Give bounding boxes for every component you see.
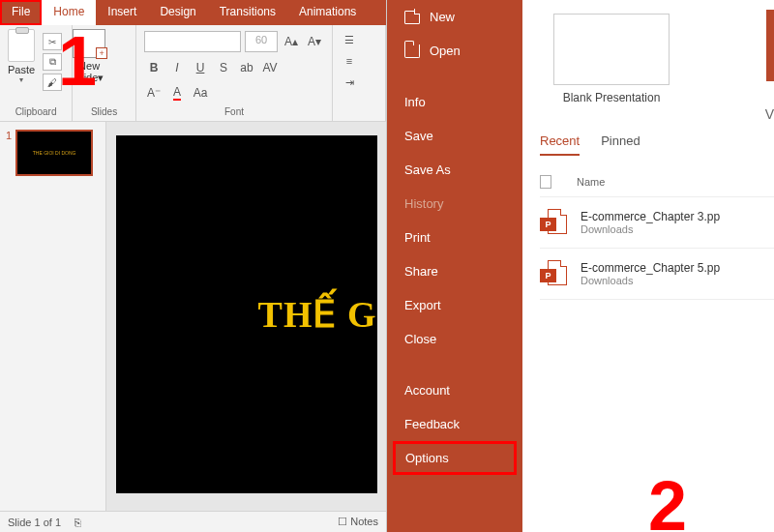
file-location: Downloads — [580, 223, 720, 235]
clipboard-group-label: Clipboard — [0, 104, 72, 121]
recent-tabs: Recent Pinned — [540, 133, 774, 156]
file-menu-save[interactable]: Save — [387, 119, 522, 153]
status-bar: Slide 1 of 1 ⎘ ☐ Notes — [0, 511, 386, 532]
new-doc-icon — [404, 11, 420, 24]
bold-button[interactable]: B — [144, 58, 164, 77]
thumbnail-number: 1 — [6, 130, 12, 176]
ribbon-group-paragraph: ☰ ≡ ⇥ — [333, 25, 386, 121]
highlight-button[interactable]: Aa — [191, 83, 210, 103]
new-slide-button[interactable]: + NewSlide▾ — [73, 25, 105, 83]
doc-icon — [540, 175, 551, 189]
copy-button[interactable]: ⧉ — [43, 53, 62, 71]
file-menu-print[interactable]: Print — [387, 221, 522, 254]
annotation-2: 2 — [648, 466, 687, 532]
file-menu-share[interactable]: Share — [387, 254, 522, 288]
slides-group-label: Slides — [73, 104, 135, 121]
tab-file[interactable]: File — [0, 0, 42, 25]
recent-file-row[interactable]: P E-commerce_Chapter 5.pp Downloads — [540, 249, 774, 300]
file-menu-info[interactable]: Info — [387, 85, 522, 119]
slide-counter: Slide 1 of 1 — [8, 517, 61, 528]
file-menu-new[interactable]: New — [387, 0, 522, 34]
ribbon-group-slides: + NewSlide▾ Slides — [73, 25, 136, 121]
file-name: E-commerce_Chapter 5.pp — [580, 261, 720, 275]
file-menu-history[interactable]: History — [387, 187, 522, 221]
spellcheck-icon[interactable]: ⎘ — [74, 517, 81, 528]
file-menu-account[interactable]: Account — [387, 373, 522, 407]
tab-home[interactable]: Home — [42, 0, 96, 25]
clipboard-icon — [8, 29, 35, 62]
font-color-button[interactable]: A — [167, 83, 187, 103]
italic-button[interactable]: I — [167, 58, 187, 77]
file-menu-feedback[interactable]: Feedback — [387, 407, 522, 441]
powerpoint-file-icon: P — [540, 209, 567, 236]
file-menu-close[interactable]: Close — [387, 322, 522, 356]
clear-format-button[interactable]: A⁻ — [144, 83, 164, 103]
recent-file-row[interactable]: P E-commerce_Chapter 3.pp Downloads — [540, 197, 774, 249]
template-label-partial: V — [765, 106, 774, 122]
file-menu: New Open Info Save Save As History Print… — [387, 0, 522, 532]
thumbnail-preview: THE GIOI DI DONG — [15, 130, 93, 176]
file-menu-export[interactable]: Export — [387, 288, 522, 322]
tab-recent[interactable]: Recent — [540, 133, 580, 156]
file-menu-options[interactable]: Options — [393, 441, 517, 475]
new-slide-label: NewSlide▾ — [74, 60, 104, 83]
blank-presentation-label: Blank Presentation — [553, 91, 670, 104]
paste-label: Paste — [8, 64, 35, 75]
align-button[interactable]: ≡ — [339, 52, 360, 70]
ribbon-group-font: 60 A▴ A▾ B I U S ab AV A⁻ A — [136, 25, 333, 121]
file-list-header: Name — [540, 175, 774, 197]
font-name-select[interactable] — [144, 31, 241, 52]
open-folder-icon — [404, 44, 420, 58]
slide[interactable]: THẾ G — [116, 135, 377, 493]
format-painter-button[interactable]: 🖌 — [43, 74, 62, 91]
notes-button[interactable]: ☐ Notes — [338, 516, 378, 528]
new-slide-icon: + — [73, 29, 105, 58]
template-thumb-partial[interactable] — [766, 10, 774, 81]
cut-button[interactable]: ✂ — [43, 33, 62, 50]
tab-pinned[interactable]: Pinned — [601, 133, 640, 156]
slide-thumbnail[interactable]: 1 THE GIOI DI DONG — [6, 130, 100, 176]
slide-canvas[interactable]: THẾ G — [106, 122, 386, 511]
font-size-select[interactable]: 60 — [245, 31, 278, 52]
bullets-button[interactable]: ☰ — [339, 31, 360, 48]
underline-button[interactable]: U — [191, 58, 210, 77]
shadow-button[interactable]: ab — [237, 58, 256, 77]
ribbon: Paste ▾ ✂ ⧉ 🖌 Clipboard + NewSlide▾ — [0, 25, 386, 122]
file-name: E-commerce_Chapter 3.pp — [580, 210, 720, 223]
decrease-font-button[interactable]: A▾ — [305, 32, 324, 51]
font-group-label: Font — [136, 104, 332, 121]
file-location: Downloads — [580, 275, 720, 286]
ribbon-group-clipboard: Paste ▾ ✂ ⧉ 🖌 Clipboard — [0, 25, 73, 121]
tab-animations[interactable]: Animations — [287, 0, 368, 25]
powerpoint-file-icon: P — [540, 260, 567, 287]
increase-font-button[interactable]: A▴ — [282, 32, 301, 51]
char-spacing-button[interactable]: AV — [260, 58, 280, 77]
column-name: Name — [577, 176, 605, 188]
file-menu-save-as[interactable]: Save As — [387, 153, 522, 187]
backstage-panel: Blank Presentation V Recent Pinned Name … — [522, 0, 774, 532]
tab-design[interactable]: Design — [148, 0, 207, 25]
slide-thumbnail-panel: 1 THE GIOI DI DONG — [0, 122, 106, 511]
tab-transitions[interactable]: Transitions — [208, 0, 287, 25]
strike-button[interactable]: S — [214, 58, 233, 77]
paste-button[interactable]: Paste ▾ — [0, 29, 43, 101]
blank-presentation-thumb[interactable] — [553, 14, 670, 85]
tab-insert[interactable]: Insert — [96, 0, 148, 25]
ribbon-tabs: File Home Insert Design Transitions Anim… — [0, 0, 386, 25]
slide-title-text[interactable]: THẾ G — [258, 293, 377, 336]
file-menu-open[interactable]: Open — [387, 34, 522, 68]
indent-button[interactable]: ⇥ — [339, 74, 360, 91]
